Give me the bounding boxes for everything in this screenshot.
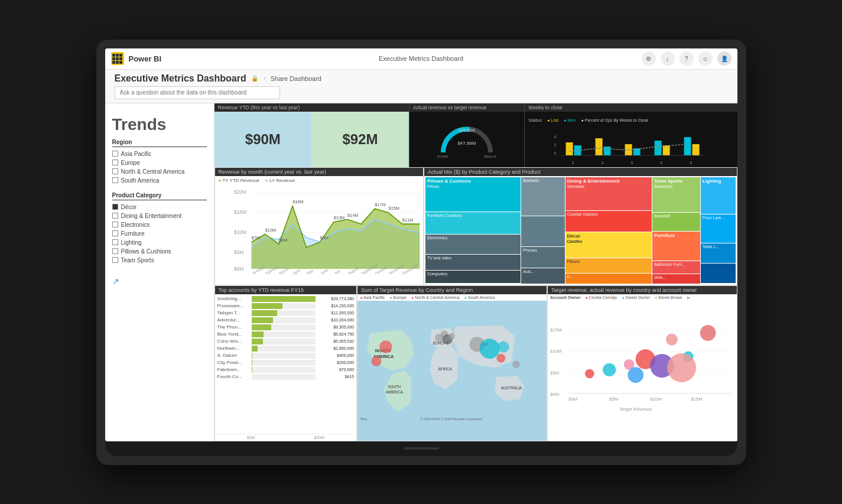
svg-text:$99.82M: $99.82M <box>459 128 474 132</box>
sidebar-category-item[interactable]: Pillows & Cushions <box>112 247 207 256</box>
treemap-furniture-cushions[interactable]: Furniture Cushions <box>425 212 521 234</box>
treemap-audio[interactable]: Aud... <box>521 268 564 284</box>
share-label[interactable]: Share Dashboard <box>271 75 321 82</box>
account-bar-track <box>252 360 316 366</box>
sidebar-category-item[interactable]: Team Sports <box>112 256 207 265</box>
trends-label: Trends <box>112 115 207 134</box>
sidebar-category-item[interactable]: Dining & Entertainment <box>112 212 207 220</box>
treemap-phones[interactable]: Phones <box>521 247 564 268</box>
account-row: A. Datum $400,000 <box>215 352 357 359</box>
account-bar-track <box>252 331 316 337</box>
svg-text:$5M: $5M <box>609 396 618 402</box>
category-checkbox[interactable] <box>112 213 118 219</box>
accounts-axis: $0M $20M <box>215 434 357 441</box>
svg-text:2: 2 <box>572 161 574 165</box>
category-checkbox[interactable] <box>112 248 118 254</box>
treemap-dink[interactable]: Dink... <box>652 274 700 283</box>
legend-pct: Percent of Ops By Weeks to Close <box>585 118 649 122</box>
download-icon[interactable]: ↓ <box>661 51 675 66</box>
treemap-table-l[interactable]: Table L... <box>701 243 736 263</box>
account-bar-track <box>252 317 316 323</box>
treemap-lighting[interactable]: Lighting <box>701 177 736 214</box>
treemap-blankets2[interactable] <box>521 216 564 246</box>
treemap-decor[interactable]: DécorCandles <box>565 232 652 258</box>
share-icon: ↑ <box>263 75 266 82</box>
category-checkbox[interactable] <box>112 239 118 245</box>
category-checkbox[interactable] <box>112 230 118 236</box>
page-title: Executive Metrics Dashboard <box>115 73 246 84</box>
world-map-svg: NORTH AMERICA SOUTH AMERICA EUROPE AFRIC… <box>357 301 547 441</box>
treemap-dining[interactable]: Dining & EntertainmentStemware <box>565 177 652 210</box>
treemap-pillows-decor[interactable]: Pillows <box>565 258 652 273</box>
treemap-ceil[interactable] <box>701 264 736 283</box>
svg-text:8: 8 <box>690 161 693 165</box>
treemap-computers[interactable]: Computers <box>425 271 521 284</box>
lock-icon: 🔒 <box>251 75 258 82</box>
sidebar-region-item[interactable]: Europe <box>112 158 207 167</box>
screen: Power BI Executive Metrics Dashboard ⚙ ↓… <box>105 48 737 441</box>
account-row: The Phon... $9,305,000 <box>215 324 357 331</box>
user-avatar[interactable]: 👤 <box>717 51 732 66</box>
account-bar-fill <box>252 317 274 323</box>
expand-icon[interactable]: ↗ <box>112 277 207 286</box>
region-checkbox[interactable] <box>112 160 118 165</box>
category-checkbox[interactable] <box>112 222 118 227</box>
treemap-furniture[interactable]: Furniture <box>652 232 700 261</box>
sidebar-category-item[interactable]: Furniture <box>112 229 207 238</box>
sidebar-region-item[interactable]: North & Central America <box>112 167 207 176</box>
svg-text:AFRICA: AFRICA <box>438 367 453 371</box>
account-bar-track <box>252 324 316 330</box>
treemap-bathroom[interactable]: Bathroom Furn... <box>652 261 700 274</box>
laptop-base <box>105 441 737 456</box>
svg-text:$0M: $0M <box>234 266 243 272</box>
category-checkbox[interactable] <box>112 257 118 263</box>
account-row: Coho Win... $5,305,032 <box>215 338 357 345</box>
region-checkbox[interactable] <box>112 168 118 174</box>
category-checkbox[interactable] <box>112 204 118 210</box>
help-icon[interactable]: ? <box>680 51 694 66</box>
account-bar-track <box>252 367 316 373</box>
svg-text:4: 4 <box>554 135 557 139</box>
region-label: South America <box>121 177 160 184</box>
svg-text:$18M: $18M <box>292 199 303 204</box>
svg-text:$5M: $5M <box>550 370 559 375</box>
treemap-pillows-cushions[interactable]: Pillows & CushionsPillows <box>425 177 521 212</box>
svg-text:0: 0 <box>554 151 557 155</box>
account-row: Adventur... $10,204,000 <box>215 317 357 324</box>
treemap-cocktail[interactable]: Cocktail Glasses <box>565 211 652 232</box>
sidebar-category-item[interactable]: Lighting <box>112 238 207 247</box>
treemap-floor-lamp[interactable]: Floor Lam... <box>701 214 736 243</box>
sidebar-region-item[interactable]: Asia Pacific <box>112 149 207 158</box>
sidebar-category-item[interactable]: Décor <box>112 203 207 212</box>
svg-rect-13 <box>574 145 581 155</box>
treemap-baseball[interactable]: Baseball <box>652 213 700 231</box>
account-name: Southridg... <box>217 296 252 301</box>
qa-input[interactable] <box>115 86 280 99</box>
notifications-icon[interactable]: ☺ <box>698 51 713 66</box>
treemap-h[interactable]: H... <box>565 274 652 284</box>
svg-text:Bing: Bing <box>361 417 368 420</box>
account-value: $70,000 <box>316 368 354 372</box>
treemap-tv-video[interactable]: TV and video <box>425 255 521 270</box>
svg-text:$5M: $5M <box>320 235 328 240</box>
powerbi-logo <box>111 52 124 65</box>
map-legend: ● Asia Pacific ● Europe ● North & Centra… <box>357 294 547 301</box>
svg-point-101 <box>585 369 594 378</box>
top-nav: Power BI Executive Metrics Dashboard ⚙ ↓… <box>105 48 737 70</box>
sidebar-region-item[interactable]: South America <box>112 176 207 185</box>
svg-point-93 <box>700 325 716 341</box>
category-label: Dining & Entertainment <box>121 213 182 219</box>
svg-text:$6M: $6M <box>278 237 287 242</box>
account-name: Northwin... <box>217 346 252 351</box>
scatter-legend: Account Owner ● Cecilia Cornejo ● Daniel… <box>548 294 737 301</box>
account-row: Southridg... $29,774,380 <box>215 295 357 303</box>
sidebar-category-item[interactable]: Electronics <box>112 220 207 229</box>
treemap-blankets[interactable]: Blankets <box>521 177 564 216</box>
svg-text:2: 2 <box>554 143 557 147</box>
main-content: Trends Region Asia PacificEuropeNorth & … <box>105 103 737 441</box>
region-checkbox[interactable] <box>112 151 118 157</box>
region-checkbox[interactable] <box>112 177 118 183</box>
treemap-team-sports[interactable]: Team SportsBasketball <box>652 177 700 213</box>
treemap-electronics[interactable]: Electronics <box>425 235 521 254</box>
settings-icon[interactable]: ⚙ <box>642 51 656 66</box>
